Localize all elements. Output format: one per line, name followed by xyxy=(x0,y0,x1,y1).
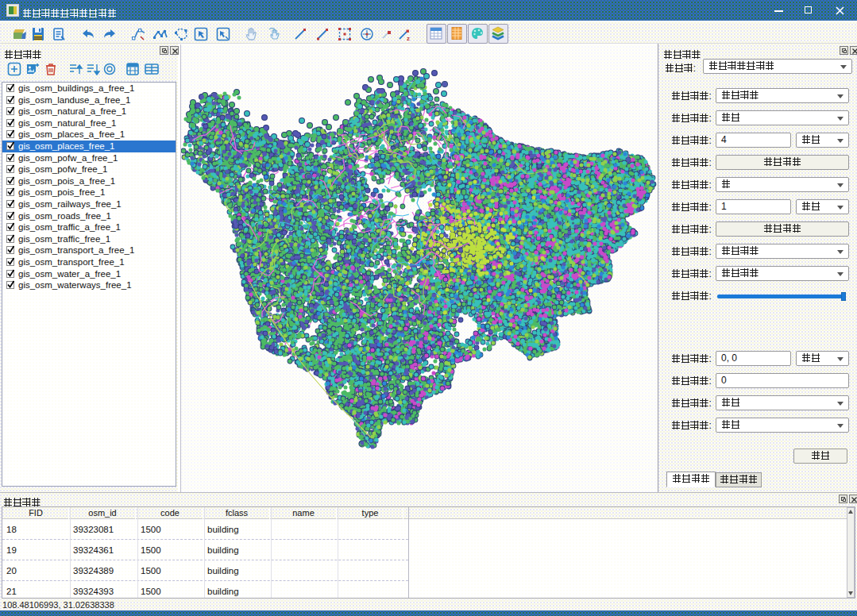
svg-text:z: z xyxy=(407,35,410,42)
